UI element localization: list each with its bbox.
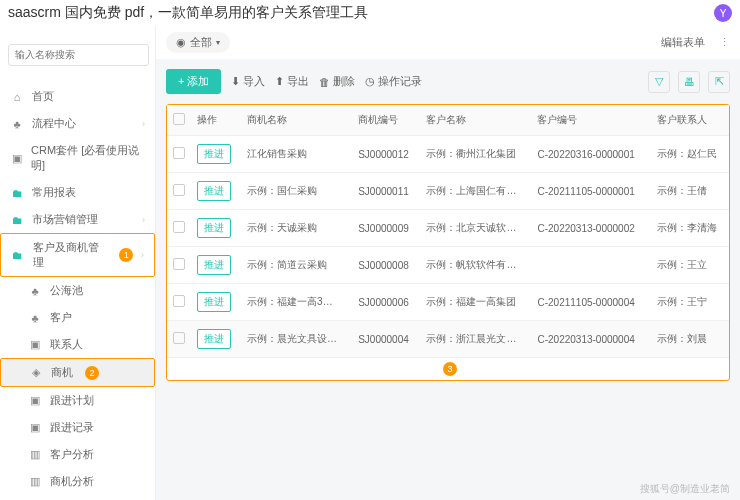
cell-cn: C-20220313-0000004 [531, 321, 650, 358]
log-link[interactable]: ◷ 操作记录 [365, 74, 422, 89]
cell-sn: SJ0000006 [352, 284, 420, 321]
sidebar-item[interactable]: ▣联系人 [0, 331, 155, 358]
chevron-down-icon: ▾ [216, 38, 220, 47]
cell-contact: 示例：赵仁民 [651, 136, 729, 173]
table-row: 推进 示例：简道云采购 SJ0000008 示例：帆软软件有限公司 示例：王立 [167, 247, 729, 284]
cell-cn: C-20211105-0000004 [531, 284, 650, 321]
main: + 新建 ⌂首页♣流程中心›▣CRM套件 [必看使用说明]🖿常用报表🖿市场营销管… [0, 26, 740, 500]
row-checkbox[interactable] [173, 221, 185, 233]
table-footer: 3 [167, 358, 729, 380]
sidebar-item[interactable]: ♣客户 [0, 304, 155, 331]
cell-contact: 示例：刘晨 [651, 321, 729, 358]
sidebar: + 新建 ⌂首页♣流程中心›▣CRM套件 [必看使用说明]🖿常用报表🖿市场营销管… [0, 26, 156, 500]
sidebar-item[interactable]: 🖿常用报表 [0, 179, 155, 206]
badge: 1 [119, 248, 133, 262]
row-checkbox[interactable] [173, 147, 185, 159]
col-header: 客户名称 [420, 105, 531, 136]
tab-all[interactable]: ◉ 全部 ▾ [166, 32, 230, 53]
cell-name: 示例：国仁采购 [241, 173, 352, 210]
nav-label: 客户及商机管理 [33, 240, 108, 270]
table-row: 推进 江化销售采购 SJ0000012 示例：衢州江化集团 C-20220316… [167, 136, 729, 173]
sidebar-item[interactable]: 🖿客户及商机管理1› [0, 233, 155, 277]
page-title: saascrm 国内免费 pdf，一款简单易用的客户关系管理工具 [8, 4, 368, 22]
chevron-icon: › [142, 215, 145, 225]
watermark: 搜狐号@制造业老简 [640, 482, 730, 496]
cell-name: 示例：简道云采购 [241, 247, 352, 284]
nav-icon: ▣ [10, 151, 23, 165]
header: saascrm 国内免费 pdf，一款简单易用的客户关系管理工具 Y [0, 0, 740, 26]
nav-label: 商机分析 [50, 474, 94, 489]
push-button[interactable]: 推进 [197, 255, 231, 275]
nav-icon: ♣ [28, 284, 42, 298]
cell-cn [531, 247, 650, 284]
export-link[interactable]: ⬆ 导出 [275, 74, 309, 89]
sidebar-item[interactable]: 🖿市场营销管理› [0, 206, 155, 233]
cell-name: 示例：福建一高3月订单 [241, 284, 352, 321]
nav-icon: ▣ [28, 338, 42, 352]
export-icon[interactable]: ⇱ [708, 71, 730, 93]
import-link[interactable]: ⬇ 导入 [231, 74, 265, 89]
nav-label: 市场营销管理 [32, 212, 98, 227]
badge: 2 [85, 366, 99, 380]
row-checkbox[interactable] [173, 295, 185, 307]
sidebar-item[interactable]: ▣跟进计划 [0, 387, 155, 414]
checkbox-all[interactable] [173, 113, 185, 125]
sidebar-item[interactable]: ▥客户分析 [0, 441, 155, 468]
edit-form-link[interactable]: 编辑表单 [661, 35, 705, 50]
sidebar-item[interactable]: ♣公海池 [0, 277, 155, 304]
more-icon[interactable]: ⋮ [719, 36, 730, 49]
nav-icon: ♣ [10, 117, 24, 131]
cell-sn: SJ0000012 [352, 136, 420, 173]
sidebar-item[interactable]: ◈商机2 [0, 358, 155, 387]
row-checkbox[interactable] [173, 258, 185, 270]
row-checkbox[interactable] [173, 332, 185, 344]
filter-icon[interactable]: ▽ [648, 71, 670, 93]
nav-label: 客户分析 [50, 447, 94, 462]
cell-cust: 示例：帆软软件有限公司 [420, 247, 531, 284]
col-header: 客户联系人 [651, 105, 729, 136]
tool-icons: ▽ 🖶 ⇱ [648, 71, 730, 93]
add-button[interactable]: + 添加 [166, 69, 221, 94]
nav-icon: ♣ [28, 311, 42, 325]
chevron-icon: › [142, 119, 145, 129]
col-header: 操作 [191, 105, 241, 136]
nav-label: 常用报表 [32, 185, 76, 200]
nav-label: CRM套件 [必看使用说明] [31, 143, 145, 173]
cell-sn: SJ0000008 [352, 247, 420, 284]
sidebar-item[interactable]: 🖿产品报价管理› [0, 495, 155, 500]
sidebar-item[interactable]: ⌂首页 [0, 83, 155, 110]
push-button[interactable]: 推进 [197, 329, 231, 349]
push-button[interactable]: 推进 [197, 218, 231, 238]
nav-icon: ▣ [28, 421, 42, 435]
nav-label: 流程中心 [32, 116, 76, 131]
table-row: 推进 示例：晨光文具设备… SJ0000004 示例：浙江晨光文具… C-202… [167, 321, 729, 358]
sidebar-item[interactable]: ▣CRM套件 [必看使用说明] [0, 137, 155, 179]
cell-cn: C-20220313-0000002 [531, 210, 650, 247]
cell-name: 示例：天诚采购 [241, 210, 352, 247]
cell-contact: 示例：王宁 [651, 284, 729, 321]
nav-icon: ◈ [29, 366, 43, 380]
table-row: 推进 示例：国仁采购 SJ0000011 示例：上海国仁有限… C-202111… [167, 173, 729, 210]
cell-contact: 示例：王倩 [651, 173, 729, 210]
push-button[interactable]: 推进 [197, 292, 231, 312]
search-input[interactable] [8, 44, 149, 66]
sidebar-item[interactable]: ♣流程中心› [0, 110, 155, 137]
nav-label: 首页 [32, 89, 54, 104]
print-icon[interactable]: 🖶 [678, 71, 700, 93]
push-button[interactable]: 推进 [197, 181, 231, 201]
cell-sn: SJ0000009 [352, 210, 420, 247]
cell-cn: C-20211105-0000001 [531, 173, 650, 210]
avatar[interactable]: Y [714, 4, 732, 22]
push-button[interactable]: 推进 [197, 144, 231, 164]
nav-label: 跟进计划 [50, 393, 94, 408]
row-checkbox[interactable] [173, 184, 185, 196]
sidebar-item[interactable]: ▣跟进记录 [0, 414, 155, 441]
delete-link[interactable]: 🗑 删除 [319, 74, 355, 89]
sidebar-item[interactable]: ▥商机分析 [0, 468, 155, 495]
data-table: 操作商机名称商机编号客户名称客户编号客户联系人 推进 江化销售采购 SJ0000… [167, 105, 729, 358]
col-header: 客户编号 [531, 105, 650, 136]
nav-icon: 🖿 [11, 248, 25, 262]
tabs-bar: ◉ 全部 ▾ 编辑表单 ⋮ [156, 26, 740, 59]
nav-icon: ▣ [28, 394, 42, 408]
nav-label: 公海池 [50, 283, 83, 298]
